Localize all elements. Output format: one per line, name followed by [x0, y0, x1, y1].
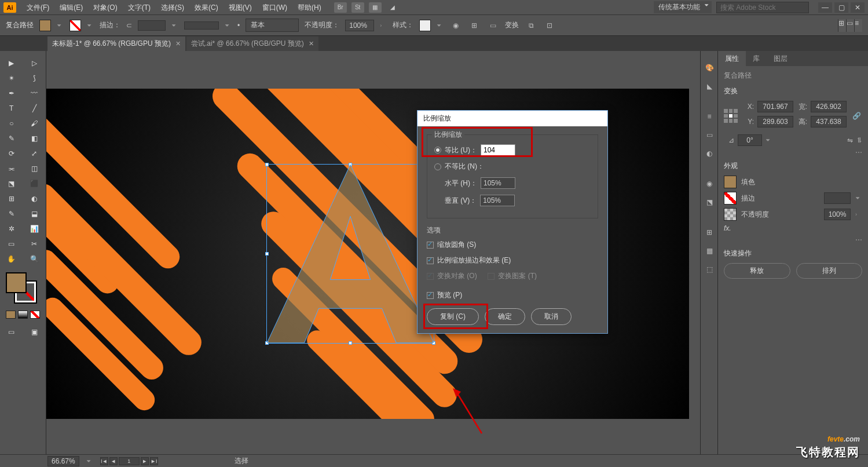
magic-wand-tool[interactable]: ✴ [0, 71, 23, 86]
symbol-sprayer-tool[interactable]: ✲ [0, 221, 23, 236]
more-options-icon[interactable]: ⋯ [724, 148, 862, 156]
slice-tool[interactable]: ✂ [23, 236, 46, 251]
stroke-width-panel[interactable] [824, 192, 851, 204]
rotate-dd[interactable]: ⏷ [766, 137, 772, 143]
scale-corners-check[interactable] [427, 242, 434, 249]
transparency-panel-icon[interactable]: ◐ [701, 145, 718, 162]
stroke-w-dd[interactable]: ⏷ [855, 195, 862, 201]
scale-tool[interactable]: ⤢ [23, 146, 46, 161]
color-mode-gradient[interactable] [18, 311, 28, 319]
pager-prev[interactable]: ◄ [109, 457, 118, 465]
color-mode-none[interactable] [30, 311, 40, 319]
perspective-tool[interactable]: ⬛ [23, 176, 46, 191]
height-input[interactable] [811, 116, 847, 127]
opacity-dd[interactable]: › [380, 23, 387, 28]
color-guide-icon[interactable]: ◣ [701, 78, 718, 95]
graphic-styles-icon[interactable]: ⬔ [701, 194, 718, 211]
symbols-panel-icon[interactable]: ⊞ [701, 224, 718, 241]
opacity-dd-panel[interactable]: › [855, 211, 862, 217]
opacity-input-panel[interactable] [824, 209, 851, 220]
pen-tool[interactable]: ✒ [0, 86, 23, 101]
horiz-input[interactable] [481, 177, 515, 189]
style-dd[interactable]: ⏷ [437, 23, 444, 28]
brushes-panel-icon[interactable]: ▦ [701, 242, 718, 260]
stock-icon[interactable]: St [351, 2, 364, 13]
menu-type[interactable]: 文字(T) [123, 0, 155, 15]
shape-icon[interactable]: ▭ [486, 19, 499, 32]
stroke-swatch[interactable] [69, 20, 81, 31]
more-options-icon-2[interactable]: ⋯ [724, 236, 862, 244]
stroke-dropdown[interactable]: ⏷ [87, 23, 94, 28]
reference-point[interactable] [724, 109, 738, 123]
panel-tab-layers[interactable]: 图层 [767, 51, 794, 66]
opacity-swatch[interactable] [724, 208, 737, 221]
blend-tool[interactable]: ⬓ [23, 206, 46, 221]
screen-mode-normal[interactable]: ▭ [0, 324, 23, 340]
recolor-icon[interactable]: ◉ [449, 19, 462, 32]
lasso-tool[interactable]: ⟆ [23, 71, 46, 86]
width-input[interactable] [811, 101, 847, 112]
menu-edit[interactable]: 编辑(E) [55, 0, 87, 15]
paintbrush-tool[interactable]: 🖌 [23, 116, 46, 131]
tab-close-icon[interactable]: ✕ [309, 40, 314, 48]
screen-mode-full[interactable]: ▣ [23, 324, 46, 340]
ctrl-seg-3[interactable]: ≡ [854, 19, 862, 32]
uniform-radio[interactable] [434, 147, 441, 154]
graph-tool[interactable]: 📊 [23, 221, 46, 236]
stroke-link-icon[interactable]: ⊂ [126, 21, 132, 30]
vert-input[interactable] [480, 195, 515, 206]
transform-label[interactable]: 变换 [505, 20, 519, 30]
swatches-panel-icon[interactable]: ⬚ [701, 261, 718, 278]
flip-h-icon[interactable]: ⇋ [847, 136, 853, 144]
color-panel-icon[interactable]: 🎨 [701, 59, 718, 76]
cancel-button[interactable]: 取消 [531, 308, 572, 325]
style-swatch[interactable] [419, 20, 431, 31]
document-tab-2[interactable]: 尝试.ai* @ 66.67% (RGB/GPU 预览) ✕ [186, 37, 318, 51]
bridge-icon[interactable]: Br [334, 2, 347, 13]
menu-effect[interactable]: 效果(C) [190, 0, 223, 15]
menu-object[interactable]: 对象(O) [89, 0, 122, 15]
zoom-tool[interactable]: 🔍 [23, 251, 46, 267]
artboard-number[interactable]: 1 [119, 457, 140, 465]
scale-strokes-check[interactable] [427, 257, 434, 264]
brush-definition[interactable]: 基本 [246, 19, 299, 32]
selection-bounding-box[interactable] [266, 164, 434, 344]
document-tab-1[interactable]: 未标题-1* @ 66.67% (RGB/GPU 预览) ✕ [47, 37, 185, 51]
stroke-width-dd[interactable]: ⏷ [171, 23, 178, 28]
tab-close-icon[interactable]: ✕ [175, 40, 181, 48]
pager-next[interactable]: ► [141, 457, 149, 465]
gradient-tool[interactable]: ◐ [23, 191, 46, 206]
mesh-tool[interactable]: ⊞ [0, 191, 23, 206]
fill-swatch-panel[interactable] [724, 176, 737, 188]
opacity-input[interactable]: 100% [345, 20, 374, 31]
type-tool[interactable]: T [0, 101, 23, 116]
pager-last[interactable]: ►I [150, 457, 158, 465]
nonuniform-radio[interactable] [434, 163, 441, 170]
rectangle-tool[interactable]: ○ [0, 116, 23, 131]
close-button[interactable]: ✕ [851, 2, 865, 13]
free-transform-tool[interactable]: ◫ [23, 161, 46, 176]
flip-v-icon[interactable]: ⥮ [856, 136, 862, 144]
stroke-swatch-panel[interactable] [724, 192, 737, 205]
stroke-panel-icon[interactable]: ≡ [701, 108, 718, 125]
fill-stroke-indicator[interactable] [6, 272, 41, 307]
line-tool[interactable]: ╱ [23, 101, 46, 116]
pager-first[interactable]: I◄ [100, 457, 108, 465]
ctrl-seg-2[interactable]: ▭ [846, 19, 854, 32]
appearance-panel-icon[interactable]: ◉ [701, 175, 718, 192]
width-tool[interactable]: ⫘ [0, 161, 23, 176]
arrange-button[interactable]: 排列 [796, 263, 863, 279]
shape-builder-tool[interactable]: ⬔ [0, 176, 23, 191]
ctrl-seg-1[interactable]: ⊞ [838, 19, 846, 32]
rotate-tool[interactable]: ⟳ [0, 146, 23, 161]
fill-indicator[interactable] [6, 272, 27, 293]
fx-label[interactable]: fx. [724, 224, 731, 232]
search-input[interactable] [716, 2, 809, 13]
selection-tool[interactable]: ▶ [0, 56, 23, 71]
color-mode-solid[interactable] [6, 311, 16, 319]
preview-check[interactable] [427, 292, 434, 299]
ok-button[interactable]: 确定 [485, 308, 525, 325]
isolate-icon[interactable]: ⧉ [525, 19, 537, 32]
menu-view[interactable]: 视图(V) [224, 0, 257, 15]
release-button[interactable]: 释放 [724, 263, 790, 279]
